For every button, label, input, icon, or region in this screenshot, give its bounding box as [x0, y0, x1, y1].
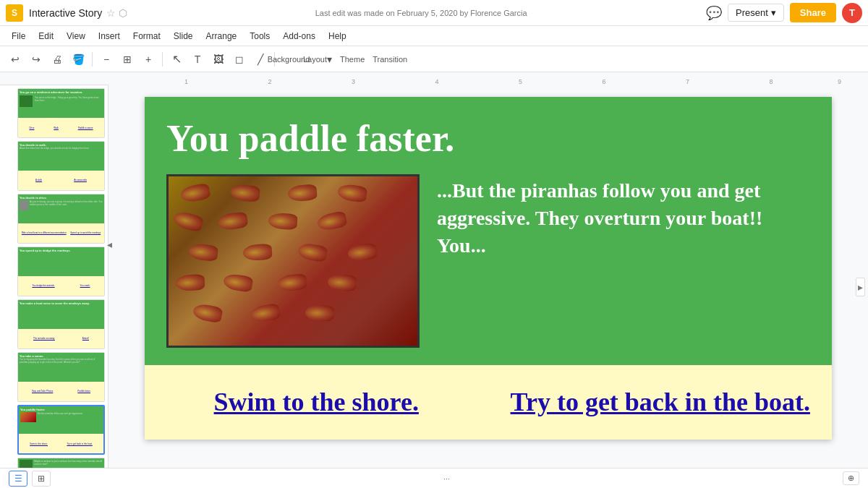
slide-panel-item: 4 You decide to drive. As you're driving… [3, 194, 105, 244]
slide-thumbnail-5[interactable]: You speed up to dodge the monkeys. You d… [17, 247, 105, 296]
slide-top-section: You paddle faster. [145, 97, 832, 365]
transition-label: Transition [373, 55, 407, 64]
slide-thumbnail-2[interactable]: You go on a rainforest adventure for vac… [17, 88, 105, 138]
slide-panel-item: 6 You make a loud noise to scare the mon… [3, 299, 105, 349]
undo-button[interactable]: ↩ [6, 50, 25, 69]
right-panel-arrow[interactable]: ▸ [856, 278, 865, 296]
slide-bottom-section: Swim to the shore. Try to get back in th… [145, 365, 832, 440]
image-overlay [169, 176, 417, 346]
slide-middle-section: ...But the piranhas follow you and get a… [166, 174, 810, 348]
image-button[interactable]: 🖼 [209, 50, 228, 69]
canvas-area: You paddle faster. [109, 85, 868, 488]
user-avatar[interactable]: T [842, 3, 862, 23]
grid-view-button[interactable]: ⊞ [32, 471, 51, 487]
slide-canvas: You paddle faster. [145, 97, 832, 440]
slide-panel-item: 3 You decide to walk. About five miles f… [3, 141, 105, 191]
transition-button[interactable]: Transition [370, 50, 410, 69]
ruler-mark-5: 5 [519, 78, 522, 85]
slide-thumbnail-4[interactable]: You decide to drive. As you're driving, … [17, 194, 105, 244]
slide-panel-item: 5 You speed up to dodge the monkeys. You… [3, 247, 105, 296]
ruler-mark-2: 2 [268, 78, 272, 85]
ruler-mark-9: 9 [838, 78, 841, 85]
app-logo: S [6, 4, 23, 22]
slide-thumbnail-3[interactable]: You decide to walk. About five miles fro… [17, 141, 105, 191]
menu-bar: File Edit View Insert Format Slide Arran… [0, 26, 868, 46]
text-box-button[interactable]: T [188, 50, 207, 69]
print-button[interactable]: 🖨 [48, 50, 67, 69]
choice-1-button[interactable]: Swim to the shore. [145, 365, 488, 440]
ruler-mark-1: 1 [184, 78, 188, 85]
slide-thumbnail-6[interactable]: You make a loud noise to scare the monke… [17, 299, 105, 349]
panel-collapse-arrow[interactable]: ◂ [107, 239, 112, 250]
menu-view[interactable]: View [61, 29, 91, 43]
menu-format[interactable]: Format [127, 29, 166, 43]
menu-file[interactable]: File [6, 29, 31, 43]
zoom-label: ⊕ [848, 474, 854, 482]
menu-help[interactable]: Help [323, 29, 352, 43]
present-button[interactable]: Present ▾ [728, 4, 784, 22]
ruler-mark-8: 8 [770, 78, 773, 85]
menu-insert[interactable]: Insert [93, 29, 126, 43]
bottom-bar: ☰ ⊞ ··· ⊕ [0, 468, 868, 488]
theme-button[interactable]: Theme [337, 50, 367, 69]
menu-edit[interactable]: Edit [33, 29, 59, 43]
ruler-mark-6: 6 [603, 78, 606, 85]
ruler-mark-4: 4 [435, 78, 439, 85]
right-icons: 💬 Present ▾ Share T [706, 3, 862, 23]
star-icon[interactable]: ☆ [106, 7, 116, 19]
ruler: 1 2 3 4 5 6 7 8 9 [109, 72, 868, 85]
slide-title: You paddle faster. [166, 117, 810, 160]
toolbar: ↩ ↪ 🖨 🪣 − ⊞ + ↖ T 🖼 ◻ ╱ Background Layou… [0, 46, 868, 72]
slide-body-text: ...But the piranhas follow you and get a… [437, 174, 810, 259]
layout-label: Layout [303, 55, 327, 64]
zoom-in-button[interactable]: + [139, 50, 158, 69]
shapes-button[interactable]: ◻ [230, 50, 249, 69]
slides-panel: 2 You go on a rainforest adventure for v… [0, 85, 109, 488]
toolbar-separator-2 [162, 52, 163, 67]
cursor-button[interactable]: ↖ [167, 50, 186, 69]
ruler-mark-3: 3 [352, 78, 355, 85]
slide-panel-item: 7 You take a canoe. You're enjoying the … [3, 352, 105, 402]
main-area: 2 You go on a rainforest adventure for v… [0, 85, 868, 488]
theme-label: Theme [340, 55, 365, 64]
redo-button[interactable]: ↪ [27, 50, 46, 69]
last-edit-text: Last edit was made on February 5, 2020 b… [136, 9, 706, 17]
layout-chevron-icon: ▾ [327, 53, 332, 65]
slide-indicator: ··· [443, 474, 450, 483]
zoom-out-button[interactable]: − [97, 50, 116, 69]
zoom-fit-button[interactable]: ⊞ [118, 50, 137, 69]
present-dropdown-icon: ▾ [771, 7, 776, 18]
zoom-button[interactable]: ⊕ [843, 471, 859, 485]
toolbar-separator-1 [92, 52, 93, 67]
menu-slide[interactable]: Slide [168, 29, 199, 43]
choice-2-button[interactable]: Try to get back in the boat. [489, 365, 833, 440]
background-button[interactable]: Background [279, 50, 298, 69]
ruler-row: 1 2 3 4 5 6 7 8 9 [0, 72, 868, 85]
slide-thumbnail-8[interactable]: You paddle faster. But the piranhas foll… [17, 405, 105, 455]
slide-view-buttons: ☰ ⊞ [9, 471, 51, 487]
menu-addons[interactable]: Add-ons [277, 29, 321, 43]
slide-thumbnail-7[interactable]: You take a canoe. You're enjoying the be… [17, 352, 105, 402]
menu-tools[interactable]: Tools [244, 29, 276, 43]
slide-panel-item-active: 8 You paddle faster. But the piranhas fo… [3, 405, 105, 455]
top-bar: S Interactive Story ☆ ⬡ Last edit was ma… [0, 0, 868, 26]
slide-panel-item: 2 You go on a rainforest adventure for v… [3, 88, 105, 138]
paint-format-button[interactable]: 🪣 [69, 50, 88, 69]
app-title: Interactive Story [29, 7, 102, 19]
layout-button[interactable]: Layout ▾ [300, 50, 335, 69]
slideshow-icon[interactable]: ⬡ [119, 7, 127, 19]
share-button[interactable]: Share [790, 3, 836, 22]
menu-arrange[interactable]: Arrange [200, 29, 243, 43]
comment-button[interactable]: 💬 [706, 5, 722, 21]
list-view-button[interactable]: ☰ [9, 471, 27, 487]
ruler-mark-7: 7 [686, 78, 689, 85]
piranha-image [166, 174, 420, 348]
